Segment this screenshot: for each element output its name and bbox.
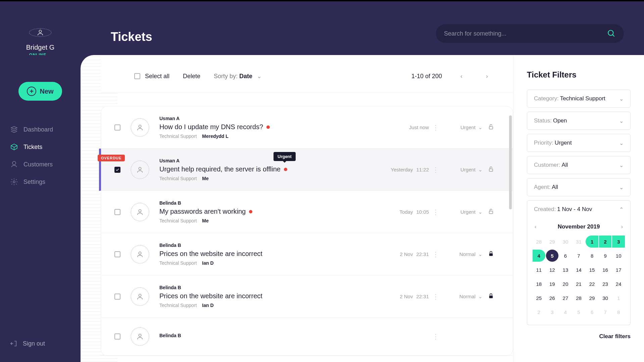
scrollbar-thumb[interactable] [509, 115, 512, 209]
calendar-day[interactable]: 31 [573, 236, 585, 248]
ticket-row[interactable]: Belinda BPrices on the website are incor… [101, 275, 513, 318]
calendar-day[interactable]: 16 [599, 264, 612, 276]
calendar-day[interactable]: 10 [612, 250, 625, 262]
row-checkbox[interactable] [114, 209, 120, 215]
row-priority[interactable]: Normal ⌄ [442, 294, 483, 300]
nav-tickets[interactable]: Tickets [0, 138, 81, 156]
calendar-day[interactable]: 7 [573, 250, 585, 262]
row-checkbox[interactable] [114, 124, 120, 131]
calendar-day[interactable]: 18 [533, 278, 545, 290]
row-checkbox[interactable] [114, 294, 120, 300]
nav-settings[interactable]: Settings [0, 173, 81, 191]
calendar-day[interactable]: 28 [573, 292, 585, 304]
calendar-day[interactable]: 7 [599, 306, 612, 318]
row-customer: Belinda B [159, 333, 368, 338]
calendar-day[interactable]: 24 [612, 278, 625, 290]
svg-rect-6 [489, 126, 493, 129]
select-all[interactable]: Select all [134, 73, 169, 80]
row-menu-button[interactable]: ⋮ [429, 166, 442, 174]
pager-next[interactable]: › [481, 70, 493, 82]
filter-category[interactable]: Category: Technical Support ⌄ [527, 90, 631, 108]
row-time: 2 Nov22:31 [368, 294, 429, 299]
filter-priority[interactable]: Priority: Urgent ⌄ [527, 134, 631, 152]
row-menu-button[interactable]: ⋮ [429, 250, 442, 258]
scrollbar[interactable] [509, 115, 512, 355]
row-subject: Urgent help required, the server is offl… [159, 165, 368, 173]
row-menu-button[interactable]: ⋮ [429, 123, 442, 132]
calendar-day[interactable]: 12 [546, 264, 559, 276]
calendar-day[interactable]: 28 [533, 236, 545, 248]
row-menu-button[interactable]: ⋮ [429, 208, 442, 216]
clear-filters-button[interactable]: Clear filters [527, 333, 631, 340]
search-input[interactable] [444, 30, 607, 37]
calendar-day[interactable]: 1 [586, 236, 598, 248]
pager-prev[interactable]: ‹ [455, 70, 467, 82]
calendar-day[interactable]: 29 [546, 236, 559, 248]
calendar-day[interactable]: 17 [612, 264, 625, 276]
user-avatar[interactable] [29, 28, 52, 37]
delete-button[interactable]: Delete [183, 73, 200, 80]
calendar-day[interactable]: 20 [559, 278, 572, 290]
row-checkbox[interactable] [114, 251, 120, 257]
calendar-day[interactable]: 8 [612, 306, 625, 318]
row-checkbox[interactable] [114, 333, 120, 340]
row-priority[interactable]: Urgent ⌄ [442, 124, 483, 131]
row-menu-button[interactable]: ⋮ [429, 293, 442, 301]
calendar-day[interactable]: 26 [546, 292, 559, 304]
filter-status[interactable]: Status: Open ⌄ [527, 112, 631, 130]
calendar-day[interactable]: 19 [546, 278, 559, 290]
calendar-day[interactable]: 1 [612, 292, 625, 304]
ticket-row[interactable]: Belinda BPrices on the website are incor… [101, 233, 513, 275]
ticket-row[interactable]: Belinda BMy passwords aren't workingTech… [101, 191, 513, 233]
calendar-day[interactable]: 29 [586, 292, 598, 304]
calendar-next[interactable]: › [621, 224, 623, 230]
calendar-day[interactable]: 4 [533, 250, 545, 262]
row-priority[interactable]: Urgent ⌄ [442, 167, 483, 173]
row-checkbox[interactable] [114, 167, 120, 173]
calendar-day[interactable]: 3 [612, 236, 625, 248]
calendar-day[interactable]: 4 [559, 306, 572, 318]
calendar-day[interactable]: 11 [533, 264, 545, 276]
row-menu-button[interactable]: ⋮ [429, 332, 442, 341]
person-icon [37, 29, 44, 36]
calendar-day[interactable]: 30 [599, 292, 612, 304]
calendar-day[interactable]: 5 [573, 306, 585, 318]
lock-icon [488, 251, 494, 257]
calendar-day[interactable]: 2 [599, 236, 612, 248]
calendar-day[interactable]: 6 [586, 306, 598, 318]
row-priority[interactable]: Normal ⌄ [442, 251, 483, 257]
calendar-day[interactable]: 9 [599, 250, 612, 262]
user-name: Bridget G [26, 44, 54, 51]
ticket-row[interactable]: OVERDUEUsman AUrgent help required, the … [99, 149, 513, 191]
calendar-day[interactable]: 22 [586, 278, 598, 290]
sort-dropdown[interactable]: Sorty by: Date ⌄ [214, 72, 262, 80]
calendar-day[interactable]: 30 [559, 236, 572, 248]
filter-agent[interactable]: Agent: All ⌄ [527, 178, 631, 196]
ticket-row[interactable]: Usman AHow do I update my DNS records?Te… [101, 106, 513, 149]
calendar-day[interactable]: 15 [586, 264, 598, 276]
calendar-day[interactable]: 2 [533, 306, 545, 318]
calendar-day[interactable]: 25 [533, 292, 545, 304]
new-button[interactable]: + New [18, 82, 62, 101]
search-icon[interactable] [607, 29, 616, 38]
row-customer: Usman A [159, 116, 368, 121]
nav-customers[interactable]: Customers [0, 156, 81, 173]
calendar-day[interactable]: 21 [573, 278, 585, 290]
calendar-day[interactable]: 3 [546, 306, 559, 318]
search-bar[interactable] [436, 24, 624, 43]
calendar-day[interactable]: 14 [573, 264, 585, 276]
nav-dashboard[interactable]: Dashboard [0, 121, 81, 138]
calendar-day[interactable]: 23 [599, 278, 612, 290]
calendar-day[interactable]: 27 [559, 292, 572, 304]
filter-created[interactable]: Created: 1 Nov - 4 Nov ⌃ [527, 200, 631, 218]
calendar-day[interactable]: 6 [559, 250, 572, 262]
calendar-day[interactable]: 8 [586, 250, 598, 262]
ticket-row[interactable]: Belinda B⋮ [101, 318, 513, 356]
calendar-day[interactable]: 13 [559, 264, 572, 276]
filter-customer[interactable]: Customer: All ⌄ [527, 156, 631, 174]
calendar-prev[interactable]: ‹ [535, 224, 536, 230]
signout-button[interactable]: Sign out [0, 335, 81, 352]
row-priority[interactable]: Urgent ⌄ [442, 209, 483, 215]
calendar-day[interactable]: 5 [546, 250, 559, 262]
select-all-checkbox[interactable] [134, 73, 140, 79]
